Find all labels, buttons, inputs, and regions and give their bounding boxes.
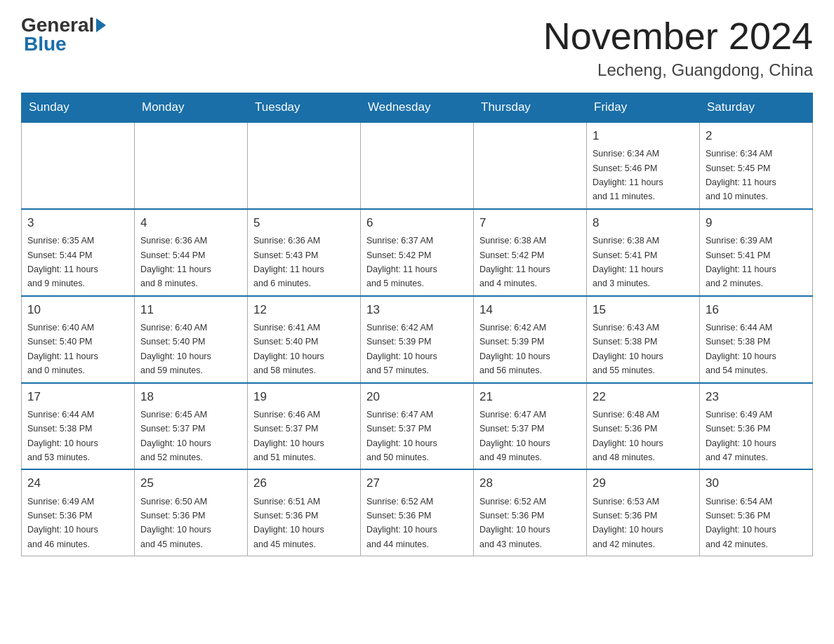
- calendar-cell: 14Sunrise: 6:42 AM Sunset: 5:39 PM Dayli…: [474, 296, 587, 383]
- day-number: 16: [706, 301, 807, 319]
- day-info: Sunrise: 6:52 AM Sunset: 5:36 PM Dayligh…: [366, 497, 437, 549]
- day-info: Sunrise: 6:34 AM Sunset: 5:46 PM Dayligh…: [593, 149, 663, 201]
- day-number: 28: [479, 474, 581, 492]
- day-info: Sunrise: 6:51 AM Sunset: 5:36 PM Dayligh…: [253, 497, 324, 549]
- day-number: 15: [593, 301, 694, 319]
- day-info: Sunrise: 6:41 AM Sunset: 5:40 PM Dayligh…: [253, 323, 324, 375]
- calendar-cell: 24Sunrise: 6:49 AM Sunset: 5:36 PM Dayli…: [22, 469, 135, 556]
- day-number: 5: [253, 214, 355, 232]
- calendar-cell: 22Sunrise: 6:48 AM Sunset: 5:36 PM Dayli…: [587, 383, 700, 470]
- calendar-cell: 8Sunrise: 6:38 AM Sunset: 5:41 PM Daylig…: [587, 209, 700, 296]
- week-row-4: 17Sunrise: 6:44 AM Sunset: 5:38 PM Dayli…: [22, 383, 813, 470]
- calendar-cell: 13Sunrise: 6:42 AM Sunset: 5:39 PM Dayli…: [361, 296, 474, 383]
- day-number: 1: [593, 127, 694, 145]
- day-number: 6: [366, 214, 468, 232]
- day-number: 12: [253, 301, 355, 319]
- calendar-cell: [135, 122, 248, 209]
- calendar-cell: 29Sunrise: 6:53 AM Sunset: 5:36 PM Dayli…: [587, 469, 700, 556]
- calendar-cell: 21Sunrise: 6:47 AM Sunset: 5:37 PM Dayli…: [474, 383, 587, 470]
- calendar-cell: 12Sunrise: 6:41 AM Sunset: 5:40 PM Dayli…: [248, 296, 361, 383]
- calendar-cell: 4Sunrise: 6:36 AM Sunset: 5:44 PM Daylig…: [135, 209, 248, 296]
- week-row-2: 3Sunrise: 6:35 AM Sunset: 5:44 PM Daylig…: [22, 209, 813, 296]
- day-number: 26: [253, 474, 355, 492]
- day-number: 23: [706, 388, 807, 406]
- calendar-cell: 3Sunrise: 6:35 AM Sunset: 5:44 PM Daylig…: [22, 209, 135, 296]
- calendar-cell: 2Sunrise: 6:34 AM Sunset: 5:45 PM Daylig…: [700, 122, 813, 209]
- day-number: 11: [140, 301, 241, 319]
- day-info: Sunrise: 6:48 AM Sunset: 5:36 PM Dayligh…: [593, 410, 663, 462]
- day-info: Sunrise: 6:45 AM Sunset: 5:37 PM Dayligh…: [140, 410, 211, 462]
- day-info: Sunrise: 6:40 AM Sunset: 5:40 PM Dayligh…: [27, 323, 98, 375]
- day-info: Sunrise: 6:44 AM Sunset: 5:38 PM Dayligh…: [27, 410, 98, 462]
- location-text: Lecheng, Guangdong, China: [543, 60, 813, 80]
- title-area: November 2024 Lecheng, Guangdong, China: [543, 14, 813, 80]
- day-info: Sunrise: 6:38 AM Sunset: 5:42 PM Dayligh…: [479, 236, 550, 288]
- weekday-header-monday: Monday: [135, 93, 248, 123]
- day-number: 29: [593, 474, 694, 492]
- day-info: Sunrise: 6:50 AM Sunset: 5:36 PM Dayligh…: [140, 497, 211, 549]
- day-number: 14: [479, 301, 581, 319]
- day-number: 7: [479, 214, 581, 232]
- month-title: November 2024: [543, 14, 813, 58]
- day-info: Sunrise: 6:49 AM Sunset: 5:36 PM Dayligh…: [706, 410, 776, 462]
- weekday-header-sunday: Sunday: [22, 93, 135, 123]
- calendar-cell: 30Sunrise: 6:54 AM Sunset: 5:36 PM Dayli…: [700, 469, 813, 556]
- calendar-cell: 15Sunrise: 6:43 AM Sunset: 5:38 PM Dayli…: [587, 296, 700, 383]
- calendar-cell: 6Sunrise: 6:37 AM Sunset: 5:42 PM Daylig…: [361, 209, 474, 296]
- calendar-cell: 25Sunrise: 6:50 AM Sunset: 5:36 PM Dayli…: [135, 469, 248, 556]
- day-number: 9: [706, 214, 807, 232]
- calendar-cell: 23Sunrise: 6:49 AM Sunset: 5:36 PM Dayli…: [700, 383, 813, 470]
- day-number: 4: [140, 214, 241, 232]
- day-number: 3: [27, 214, 128, 232]
- weekday-header-wednesday: Wednesday: [361, 93, 474, 123]
- day-number: 13: [366, 301, 468, 319]
- day-info: Sunrise: 6:36 AM Sunset: 5:43 PM Dayligh…: [253, 236, 324, 288]
- weekday-header-saturday: Saturday: [700, 93, 813, 123]
- calendar-cell: 28Sunrise: 6:52 AM Sunset: 5:36 PM Dayli…: [474, 469, 587, 556]
- calendar-cell: 18Sunrise: 6:45 AM Sunset: 5:37 PM Dayli…: [135, 383, 248, 470]
- day-info: Sunrise: 6:42 AM Sunset: 5:39 PM Dayligh…: [479, 323, 550, 375]
- calendar-cell: [361, 122, 474, 209]
- day-info: Sunrise: 6:43 AM Sunset: 5:38 PM Dayligh…: [593, 323, 663, 375]
- weekday-header-tuesday: Tuesday: [248, 93, 361, 123]
- calendar-cell: 16Sunrise: 6:44 AM Sunset: 5:38 PM Dayli…: [700, 296, 813, 383]
- day-number: 20: [366, 388, 468, 406]
- calendar-cell: 27Sunrise: 6:52 AM Sunset: 5:36 PM Dayli…: [361, 469, 474, 556]
- day-info: Sunrise: 6:44 AM Sunset: 5:38 PM Dayligh…: [706, 323, 776, 375]
- day-number: 25: [140, 474, 241, 492]
- day-number: 17: [27, 388, 128, 406]
- weekday-header-friday: Friday: [587, 93, 700, 123]
- calendar-cell: 26Sunrise: 6:51 AM Sunset: 5:36 PM Dayli…: [248, 469, 361, 556]
- calendar-table: SundayMondayTuesdayWednesdayThursdayFrid…: [21, 93, 813, 556]
- day-info: Sunrise: 6:40 AM Sunset: 5:40 PM Dayligh…: [140, 323, 211, 375]
- day-number: 2: [706, 127, 807, 145]
- week-row-1: 1Sunrise: 6:34 AM Sunset: 5:46 PM Daylig…: [22, 122, 813, 209]
- day-number: 22: [593, 388, 694, 406]
- calendar-cell: 20Sunrise: 6:47 AM Sunset: 5:37 PM Dayli…: [361, 383, 474, 470]
- calendar-cell: 5Sunrise: 6:36 AM Sunset: 5:43 PM Daylig…: [248, 209, 361, 296]
- day-info: Sunrise: 6:47 AM Sunset: 5:37 PM Dayligh…: [479, 410, 550, 462]
- day-number: 21: [479, 388, 581, 406]
- day-number: 24: [27, 474, 128, 492]
- day-info: Sunrise: 6:38 AM Sunset: 5:41 PM Dayligh…: [593, 236, 663, 288]
- calendar-cell: 9Sunrise: 6:39 AM Sunset: 5:41 PM Daylig…: [700, 209, 813, 296]
- day-info: Sunrise: 6:39 AM Sunset: 5:41 PM Dayligh…: [706, 236, 776, 288]
- calendar-cell: [474, 122, 587, 209]
- page-header: General Blue November 2024 Lecheng, Guan…: [21, 14, 813, 80]
- week-row-5: 24Sunrise: 6:49 AM Sunset: 5:36 PM Dayli…: [22, 469, 813, 556]
- calendar-cell: 1Sunrise: 6:34 AM Sunset: 5:46 PM Daylig…: [587, 122, 700, 209]
- calendar-cell: 17Sunrise: 6:44 AM Sunset: 5:38 PM Dayli…: [22, 383, 135, 470]
- calendar-cell: 19Sunrise: 6:46 AM Sunset: 5:37 PM Dayli…: [248, 383, 361, 470]
- week-row-3: 10Sunrise: 6:40 AM Sunset: 5:40 PM Dayli…: [22, 296, 813, 383]
- day-info: Sunrise: 6:47 AM Sunset: 5:37 PM Dayligh…: [366, 410, 437, 462]
- calendar-cell: [22, 122, 135, 209]
- logo: General Blue: [21, 14, 108, 55]
- day-info: Sunrise: 6:35 AM Sunset: 5:44 PM Dayligh…: [27, 236, 98, 288]
- day-info: Sunrise: 6:36 AM Sunset: 5:44 PM Dayligh…: [140, 236, 211, 288]
- day-number: 30: [706, 474, 807, 492]
- day-number: 18: [140, 388, 241, 406]
- day-info: Sunrise: 6:53 AM Sunset: 5:36 PM Dayligh…: [593, 497, 663, 549]
- day-info: Sunrise: 6:34 AM Sunset: 5:45 PM Dayligh…: [706, 149, 776, 201]
- day-number: 19: [253, 388, 355, 406]
- calendar-cell: [248, 122, 361, 209]
